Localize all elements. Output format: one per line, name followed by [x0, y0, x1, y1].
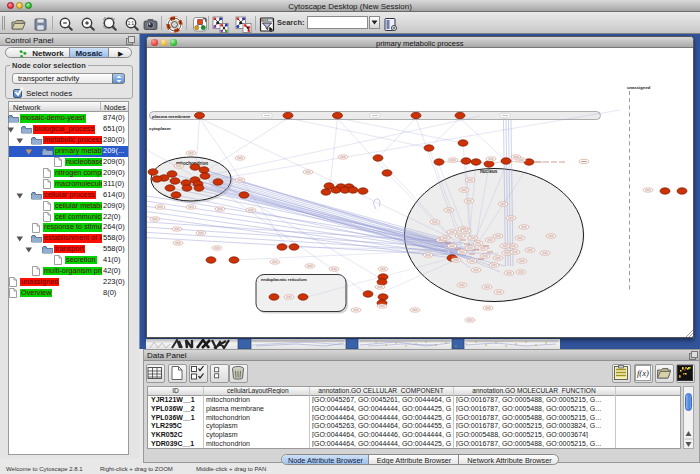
svg-text:plasma membrane: plasma membrane	[152, 114, 191, 119]
svg-text:endoplasmic reticulum: endoplasmic reticulum	[261, 277, 307, 282]
svg-text:nucleus: nucleus	[480, 169, 498, 174]
svg-text:f(x): f(x)	[637, 368, 649, 378]
svg-text:cytoplasm: cytoplasm	[149, 126, 171, 131]
svg-text:unassigned: unassigned	[627, 85, 651, 90]
svg-text:1:1: 1:1	[128, 21, 135, 26]
